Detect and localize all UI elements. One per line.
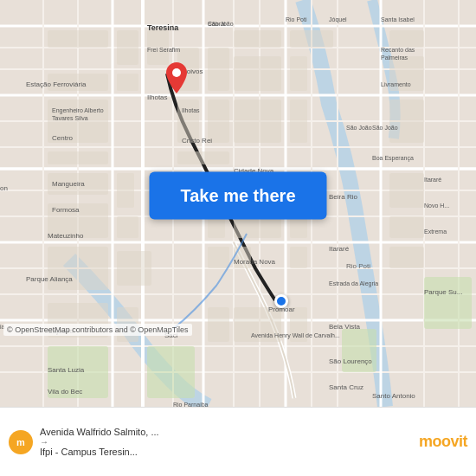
svg-rect-38 (48, 247, 108, 290)
svg-text:on: on (0, 184, 8, 192)
svg-rect-53 (208, 307, 229, 342)
svg-text:Rio Poti: Rio Poti (286, 16, 307, 23)
svg-text:m: m (16, 437, 25, 447)
svg-text:Itararé: Itararé (329, 245, 350, 253)
route-from: Avenida Walfrido Salmito, ... (40, 427, 213, 437)
svg-text:Centro: Centro (52, 134, 74, 142)
bottom-bar: m Avenida Walfrido Salmito, ... → Ifpi -… (0, 407, 476, 476)
svg-text:Rio Poti: Rio Poti (346, 262, 370, 270)
take-me-there-button[interactable]: Take me there (149, 171, 326, 219)
route-arrow: → (40, 437, 412, 447)
svg-text:Estrada da Alegria: Estrada da Alegria (329, 280, 378, 287)
svg-text:Parque Aliança: Parque Aliança (26, 275, 73, 283)
svg-rect-77 (424, 277, 472, 329)
svg-text:Frei Serafim: Frei Serafim (147, 47, 180, 53)
origin-pin (166, 62, 187, 97)
svg-text:Parque Su...: Parque Su... (424, 288, 462, 296)
svg-rect-66 (290, 247, 307, 268)
svg-text:Cristo Rei: Cristo Rei (182, 137, 212, 145)
svg-text:Itararé: Itararé (424, 177, 441, 183)
svg-rect-34 (117, 30, 138, 65)
svg-text:Formosa: Formosa (52, 206, 80, 214)
svg-rect-68 (389, 30, 424, 48)
route-details: Avenida Walfrido Salmito, ... → Ifpi - C… (33, 427, 419, 457)
svg-rect-76 (342, 329, 376, 372)
svg-text:Ilhotas: Ilhotas (147, 93, 168, 101)
map-attribution: © OpenStreetMap contributors and © OpenM… (3, 324, 192, 336)
svg-text:Teresina: Teresina (147, 23, 179, 32)
svg-text:Mangueira: Mangueira (52, 180, 85, 188)
svg-rect-52 (208, 247, 229, 268)
svg-rect-73 (389, 247, 424, 268)
svg-rect-51 (208, 216, 225, 238)
svg-rect-30 (48, 30, 108, 48)
svg-text:Jóquel: Jóquel (329, 16, 347, 23)
svg-rect-48 (208, 48, 229, 91)
svg-point-127 (172, 68, 181, 77)
moovit-logo-text: moovit (419, 433, 467, 451)
svg-text:Ilhotas: Ilhotas (182, 107, 200, 113)
svg-text:Morada Nova: Morada Nova (234, 258, 276, 266)
svg-rect-75 (147, 346, 195, 398)
svg-rect-65 (290, 216, 307, 238)
svg-text:Recanto das: Recanto das (381, 47, 415, 53)
svg-text:Beira Rio: Beira Rio (329, 193, 357, 201)
svg-rect-71 (389, 173, 424, 208)
svg-rect-41 (117, 216, 138, 238)
svg-rect-58 (234, 216, 281, 238)
svg-text:São João: São João (372, 125, 398, 131)
svg-rect-63 (290, 100, 307, 143)
svg-rect-33 (48, 151, 108, 164)
svg-rect-47 (177, 151, 229, 164)
svg-text:Boa Esperança: Boa Esperança (372, 155, 414, 162)
destination-pin (274, 294, 288, 308)
route-info: m Avenida Walfrido Salmito, ... → Ifpi -… (9, 427, 419, 457)
route-to: Ifpi - Campus Teresin... (40, 447, 213, 457)
svg-rect-72 (389, 216, 424, 238)
svg-rect-40 (117, 173, 134, 208)
svg-text:Palmeiras: Palmeiras (381, 55, 408, 61)
svg-text:Estação Ferroviária: Estação Ferroviária (26, 80, 87, 88)
svg-text:Tavares Silva: Tavares Silva (52, 115, 88, 121)
svg-text:São João: São João (208, 21, 234, 27)
moovit-brand: moovit (419, 433, 467, 451)
svg-text:Rio Parnaiba: Rio Parnaiba (173, 402, 209, 407)
svg-text:Santa Cruz: Santa Cruz (329, 383, 363, 391)
svg-text:São João: São João (346, 125, 372, 131)
svg-rect-62 (290, 56, 307, 91)
svg-text:Engenheiro Alberto: Engenheiro Alberto (52, 107, 104, 114)
map-container: Estação Ferroviária Engenheiro Alberto T… (0, 0, 476, 407)
svg-text:Avenida Henry Wall de Carvalh.: Avenida Henry Wall de Carvalh... (251, 332, 340, 339)
svg-text:Mateuzinho: Mateuzinho (48, 232, 84, 240)
svg-text:São Lourenço: São Lourenço (329, 357, 372, 365)
svg-text:Santa Luzia: Santa Luzia (48, 366, 85, 374)
svg-rect-54 (234, 30, 281, 48)
svg-text:Vila do Bec: Vila do Bec (48, 388, 82, 396)
svg-text:Santa Isabel: Santa Isabel (381, 16, 415, 23)
svg-text:Livramento: Livramento (381, 81, 411, 87)
svg-text:Novo H...: Novo H... (424, 203, 449, 209)
svg-rect-56 (234, 100, 281, 143)
svg-rect-61 (290, 30, 333, 48)
svg-rect-42 (117, 251, 151, 286)
moovit-icon: m (9, 430, 33, 454)
svg-rect-70 (389, 100, 424, 143)
svg-text:Bela Vista: Bela Vista (329, 323, 360, 331)
svg-rect-35 (117, 74, 138, 91)
svg-rect-55 (234, 56, 281, 91)
svg-text:Santo Antonio: Santo Antonio (372, 392, 415, 400)
svg-text:Extrema: Extrema (424, 228, 447, 235)
